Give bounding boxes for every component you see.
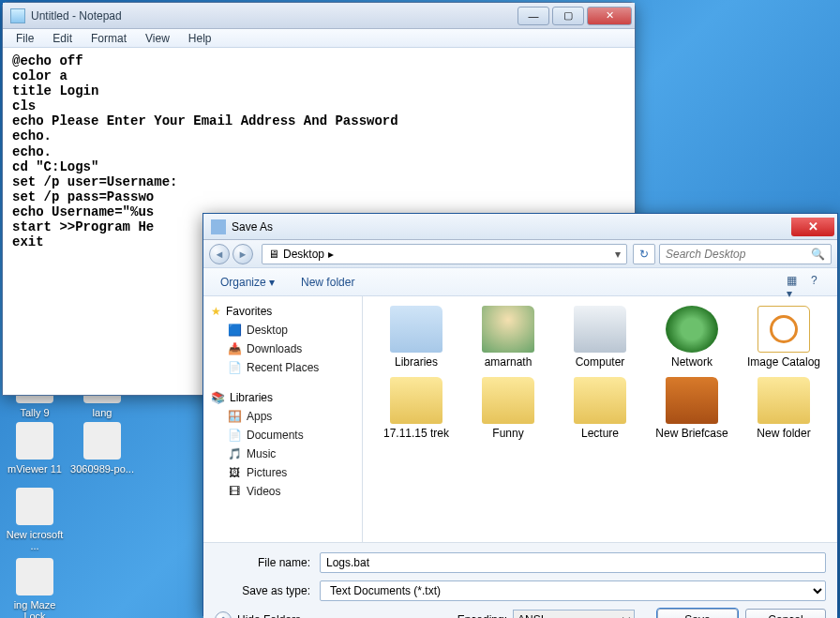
hide-folders-button[interactable]: ⌃ Hide Folders bbox=[215, 611, 301, 618]
cancel-button[interactable]: Cancel bbox=[745, 609, 826, 618]
nav-item-icon: 📄 bbox=[228, 429, 241, 442]
nav-item-label: Music bbox=[247, 447, 276, 460]
file-item-label: 17.11.15 trek bbox=[372, 428, 460, 441]
file-item-label: Image Catalog bbox=[740, 356, 828, 369]
file-item[interactable]: New folder bbox=[740, 377, 828, 441]
nav-forward-button[interactable]: ► bbox=[232, 244, 253, 264]
nav-libraries-header[interactable]: Libraries bbox=[207, 388, 358, 407]
desktop-icon[interactable]: mViewer 11 bbox=[2, 422, 68, 475]
file-item[interactable]: Computer bbox=[556, 306, 644, 369]
nav-item[interactable]: 📥Downloads bbox=[207, 339, 358, 358]
notepad-title: Untitled - Notepad bbox=[31, 9, 122, 23]
maximize-button[interactable]: ▢ bbox=[552, 7, 584, 25]
minimize-button[interactable]: — bbox=[518, 7, 549, 25]
organize-button[interactable]: Organize ▾ bbox=[213, 272, 282, 293]
encoding-select[interactable]: ANSI bbox=[513, 610, 635, 618]
file-item[interactable]: amarnath bbox=[464, 306, 552, 369]
save-icon bbox=[211, 219, 226, 234]
menu-file[interactable]: File bbox=[7, 31, 43, 45]
desktop-icon-label: ing Maze Lock bbox=[14, 599, 56, 618]
file-item-label: Libraries bbox=[372, 356, 460, 369]
nav-item-label: Videos bbox=[247, 485, 280, 498]
view-mode-button[interactable]: ▦ ▾ bbox=[787, 274, 803, 291]
menu-help[interactable]: Help bbox=[179, 31, 221, 45]
file-item[interactable]: Lecture bbox=[556, 377, 644, 441]
file-item[interactable]: 17.11.15 trek bbox=[372, 377, 460, 441]
nav-item-icon: 🟦 bbox=[228, 324, 241, 337]
folder-icon bbox=[666, 306, 718, 353]
nav-item-icon: 🖼 bbox=[228, 466, 241, 479]
dialog-close-button[interactable]: ✕ bbox=[791, 218, 834, 236]
menu-format[interactable]: Format bbox=[82, 31, 136, 45]
save-button[interactable]: Save bbox=[657, 609, 738, 618]
desktop-icon-label: mViewer 11 bbox=[8, 463, 62, 475]
folder-icon bbox=[482, 306, 534, 353]
monitor-icon: 🖥 bbox=[268, 248, 279, 261]
nav-item-label: Recent Places bbox=[247, 361, 319, 374]
search-box[interactable]: 🔍 bbox=[659, 244, 832, 264]
file-item[interactable]: New Briefcase bbox=[648, 377, 736, 441]
help-button[interactable]: ? bbox=[811, 274, 828, 291]
folder-icon bbox=[482, 377, 534, 424]
breadcrumb-dropdown[interactable]: ▾ bbox=[609, 248, 626, 261]
notepad-app-icon bbox=[10, 8, 25, 23]
dialog-titlebar[interactable]: Save As ✕ bbox=[203, 214, 837, 240]
breadcrumb[interactable]: 🖥Desktop▸ ▾ bbox=[262, 244, 627, 264]
folder-icon bbox=[574, 306, 626, 353]
nav-item[interactable]: 🎵Music bbox=[207, 445, 358, 463]
file-item[interactable]: Image Catalog bbox=[740, 306, 828, 369]
new-folder-button[interactable]: New folder bbox=[293, 272, 362, 293]
save-type-select[interactable]: Text Documents (*.txt) bbox=[320, 580, 826, 601]
desktop-icon-label: lang bbox=[93, 407, 112, 418]
file-item-label: Lecture bbox=[556, 428, 644, 441]
desktop-icon[interactable]: 3060989-po... bbox=[69, 422, 135, 475]
nav-item[interactable]: 🪟Apps bbox=[207, 407, 358, 426]
dialog-toolbar: Organize ▾ New folder ▦ ▾ ? bbox=[203, 268, 837, 296]
search-input[interactable] bbox=[666, 248, 811, 261]
nav-item-icon: 🪟 bbox=[228, 410, 241, 423]
file-list[interactable]: LibrariesamarnathComputerNetworkImage Ca… bbox=[363, 296, 837, 542]
save-as-dialog: Save As ✕ ◄ ► 🖥Desktop▸ ▾ ↻ 🔍 Organize ▾… bbox=[202, 213, 838, 616]
chevron-up-icon: ⌃ bbox=[215, 611, 232, 618]
nav-item-icon: 🎵 bbox=[228, 447, 241, 460]
nav-item[interactable]: 📄Recent Places bbox=[207, 358, 358, 377]
breadcrumb-location: Desktop bbox=[283, 248, 324, 261]
file-item-label: New Briefcase bbox=[648, 428, 736, 441]
desktop-icon[interactable]: New icrosoft ... bbox=[2, 488, 68, 551]
folder-icon bbox=[390, 306, 442, 353]
desktop-icon-label: Tally 9 bbox=[20, 407, 49, 418]
notepad-menubar: File Edit Format View Help bbox=[3, 29, 635, 48]
menu-edit[interactable]: Edit bbox=[43, 31, 82, 45]
nav-item[interactable]: 🎞Videos bbox=[207, 482, 358, 501]
dialog-bottom: File name: Save as type: Text Documents … bbox=[203, 542, 837, 618]
search-icon: 🔍 bbox=[811, 248, 825, 261]
file-name-input[interactable] bbox=[320, 552, 826, 573]
nav-back-button[interactable]: ◄ bbox=[209, 244, 230, 264]
dialog-title: Save As bbox=[232, 220, 273, 234]
encoding-label: Encoding: bbox=[458, 613, 507, 618]
menu-view[interactable]: View bbox=[136, 31, 179, 45]
notepad-titlebar[interactable]: Untitled - Notepad — ▢ ✕ bbox=[3, 3, 635, 29]
file-item-label: Network bbox=[648, 356, 736, 369]
file-item[interactable]: Libraries bbox=[372, 306, 460, 369]
file-item[interactable]: Funny bbox=[464, 377, 552, 441]
nav-favorites-header[interactable]: Favorites bbox=[207, 302, 358, 321]
close-button[interactable]: ✕ bbox=[587, 7, 632, 25]
chevron-right-icon: ▸ bbox=[328, 248, 334, 261]
nav-item[interactable]: 🟦Desktop bbox=[207, 321, 358, 339]
file-item-label: New folder bbox=[740, 428, 828, 441]
nav-item-label: Documents bbox=[247, 429, 304, 442]
folder-icon bbox=[390, 377, 442, 424]
nav-item[interactable]: 🖼Pictures bbox=[207, 463, 358, 482]
file-item-label: amarnath bbox=[464, 356, 552, 369]
file-item[interactable]: Network bbox=[648, 306, 736, 369]
star-icon bbox=[211, 305, 221, 318]
desktop-icon[interactable]: ing Maze Lock bbox=[2, 558, 68, 618]
desktop-icon-label: New icrosoft ... bbox=[7, 529, 64, 551]
refresh-button[interactable]: ↻ bbox=[633, 244, 655, 264]
nav-item-label: Apps bbox=[247, 410, 272, 423]
nav-item[interactable]: 📄Documents bbox=[207, 426, 358, 445]
desktop-icon-label: 3060989-po... bbox=[70, 463, 134, 475]
nav-item-icon: 📄 bbox=[228, 361, 241, 374]
navigation-pane: Favorites 🟦Desktop📥Downloads📄Recent Plac… bbox=[203, 296, 363, 542]
